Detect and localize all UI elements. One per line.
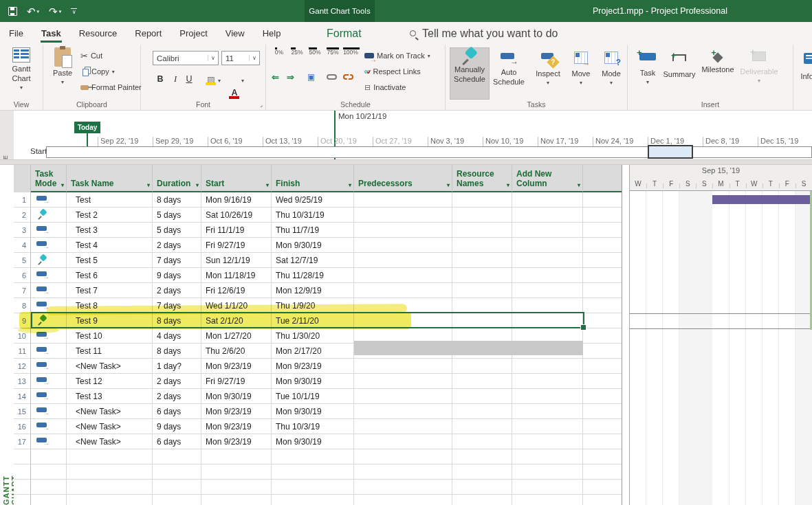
duration-cell[interactable]: 4 days — [153, 328, 201, 344]
chevron-down-icon[interactable]: ▾ — [428, 53, 430, 59]
resource-names-cell[interactable] — [452, 253, 512, 268]
predecessors-cell[interactable] — [354, 480, 452, 495]
resource-names-cell[interactable] — [452, 298, 512, 313]
task-mode-cell[interactable] — [31, 480, 67, 495]
finish-date-cell[interactable]: Thu 11/7/19 — [272, 223, 354, 238]
finish-date-cell[interactable]: Mon 9/30/19 — [272, 404, 354, 419]
start-date-cell[interactable] — [201, 480, 272, 495]
resource-names-cell[interactable] — [452, 268, 512, 283]
finish-date-cell[interactable]: Tue 10/1/19 — [272, 389, 354, 404]
column-filter-arrow-icon[interactable]: ▾ — [349, 182, 351, 188]
selected-row-border[interactable] — [31, 312, 584, 328]
resource-names-cell[interactable] — [452, 464, 512, 480]
duration-cell[interactable]: 2 days — [153, 374, 201, 389]
duration-cell[interactable]: 9 days — [153, 268, 201, 283]
finish-date-cell[interactable]: Mon 2/17/20 — [272, 344, 354, 359]
column-header[interactable]: Duration▾ — [153, 165, 201, 192]
column-filter-arrow-icon[interactable]: ▾ — [266, 182, 269, 188]
predecessors-cell[interactable] — [354, 238, 452, 253]
finish-date-cell[interactable]: Thu 10/31/19 — [272, 207, 354, 223]
ribbon-tab[interactable]: File — [0, 22, 32, 45]
inactivate-button[interactable]: ⊟Inactivate — [364, 81, 406, 93]
timeline-pane-strip[interactable]: TIMELINE — [0, 111, 14, 159]
percent-complete-button[interactable]: 25% — [288, 49, 306, 56]
finish-date-cell[interactable]: Mon 12/9/19 — [272, 283, 354, 298]
resource-names-cell[interactable] — [452, 389, 512, 404]
predecessors-cell[interactable] — [354, 404, 452, 419]
start-date-cell[interactable]: Sat 10/26/19 — [201, 207, 272, 223]
horizontal-splitter[interactable] — [0, 159, 812, 165]
start-date-cell[interactable]: Mon 9/23/19 — [201, 434, 272, 449]
task-name-cell[interactable]: <New Task> — [67, 434, 153, 449]
row-number-cell[interactable]: 5 — [14, 253, 31, 268]
task-name-cell[interactable]: Test 4 — [67, 238, 153, 253]
start-date-cell[interactable]: Mon 9/30/19 — [201, 389, 272, 404]
resource-names-cell[interactable] — [452, 192, 512, 207]
chevron-down-icon[interactable]: ▾ — [241, 78, 244, 84]
add-new-column-cell[interactable] — [512, 192, 583, 207]
resource-names-cell[interactable] — [452, 419, 512, 434]
task-name-cell[interactable]: Test 5 — [67, 253, 153, 268]
finish-date-cell[interactable] — [272, 449, 354, 464]
contextual-tab-gantt-chart-tools[interactable]: Gantt Chart Tools — [305, 0, 375, 22]
tab-format[interactable]: Format — [318, 22, 371, 45]
add-new-column-cell[interactable] — [512, 464, 583, 480]
row-number-cell[interactable]: 12 — [14, 359, 31, 374]
gantt-chart-pane-strip[interactable]: GANTT CHART — [0, 165, 14, 505]
task-mode-cell[interactable] — [31, 464, 67, 480]
link-tasks-button[interactable] — [327, 71, 337, 83]
add-new-column-cell[interactable] — [512, 389, 583, 404]
predecessors-cell[interactable] — [354, 434, 452, 449]
finish-date-cell[interactable] — [272, 480, 354, 495]
task-name-cell[interactable]: <New Task> — [67, 359, 153, 374]
row-number-cell[interactable]: 17 — [14, 434, 31, 449]
resource-names-cell[interactable] — [452, 434, 512, 449]
row-number-cell[interactable]: 16 — [14, 419, 31, 434]
start-date-cell[interactable] — [201, 449, 272, 464]
row-number-cell[interactable]: 3 — [14, 223, 31, 238]
percent-complete-button[interactable]: 50% — [306, 49, 324, 56]
task-mode-cell[interactable] — [31, 207, 67, 223]
task-name-cell[interactable]: Test 13 — [67, 389, 153, 404]
task-mode-cell[interactable] — [31, 238, 67, 253]
task-mode-cell[interactable] — [31, 268, 67, 283]
outdent-task-button[interactable]: ⇐ — [272, 71, 279, 83]
chevron-down-icon[interactable]: ▾ — [112, 69, 115, 75]
finish-date-cell[interactable]: Mon 9/30/19 — [272, 238, 354, 253]
row-number-cell[interactable]: 6 — [14, 268, 31, 283]
start-date-cell[interactable]: Fri 9/27/19 — [201, 238, 272, 253]
row-number-cell[interactable]: 4 — [14, 238, 31, 253]
row-number-cell[interactable]: 13 — [14, 374, 31, 389]
move-button[interactable]: → Move ▾ — [567, 47, 595, 100]
row-number-cell[interactable]: 15 — [14, 404, 31, 419]
font-color-button[interactable]: A — [228, 86, 241, 100]
tell-me-search[interactable]: Tell me what you want to do — [410, 22, 558, 45]
resource-names-cell[interactable] — [452, 207, 512, 223]
add-new-column-cell[interactable] — [512, 223, 583, 238]
predecessors-cell[interactable] — [354, 207, 452, 223]
ribbon-tab[interactable]: Report — [126, 22, 171, 45]
resource-names-cell[interactable] — [452, 283, 512, 298]
unlink-tasks-button[interactable] — [343, 71, 353, 83]
chevron-down-icon[interactable]: ∨ — [208, 55, 218, 61]
add-new-column-cell[interactable] — [512, 480, 583, 495]
start-date-cell[interactable]: Fri 9/27/19 — [201, 374, 272, 389]
row-number-cell[interactable]: 1 — [14, 192, 31, 207]
gantt-bar-task-1[interactable] — [712, 195, 812, 204]
resource-names-cell[interactable] — [452, 238, 512, 253]
save-button[interactable] — [8, 7, 17, 16]
predecessors-cell[interactable] — [354, 389, 452, 404]
predecessors-cell[interactable] — [354, 374, 452, 389]
copy-button[interactable]: Copy▾ — [80, 65, 115, 78]
duration-cell[interactable]: 8 days — [153, 344, 201, 359]
duration-cell[interactable]: 2 days — [153, 238, 201, 253]
format-painter-button[interactable]: Format Painter — [80, 81, 142, 93]
predecessors-cell[interactable] — [354, 253, 452, 268]
undo-button[interactable]: ↶▾ — [27, 6, 39, 16]
mark-on-track-button[interactable]: Mark on Track▾ — [364, 49, 430, 62]
percent-complete-button[interactable]: 100% — [342, 49, 360, 56]
predecessors-cell[interactable] — [354, 495, 452, 505]
cut-button[interactable]: ✂Cut — [80, 49, 102, 62]
task-name-cell[interactable]: Test 7 — [67, 283, 153, 298]
mode-button[interactable]: ? Mode ▾ — [597, 47, 626, 100]
